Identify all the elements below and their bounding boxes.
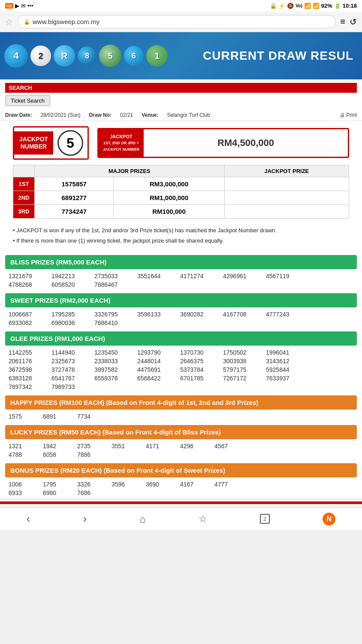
lucky-row-2: 4788 6058 7886 (9, 451, 353, 458)
sweet-num: 6933082 (9, 319, 51, 326)
amount-3rd: RM100,000 (114, 205, 224, 219)
draw-no-label: Draw No: (89, 112, 112, 118)
bonus-num: 6980 (43, 489, 77, 496)
lucky-num: 2735 (77, 443, 112, 450)
rank-1st: 1ST (13, 177, 35, 191)
lucky-prizes-numbers: 1321 1942 2735 3551 4171 4296 4567 4788 … (5, 443, 357, 460)
balls-background: 4 2 R 8 5 6 1 (0, 32, 217, 79)
bonus-num: 3326 (77, 481, 112, 488)
reload-icon[interactable]: ↺ (350, 17, 357, 27)
favorite-icon[interactable]: ☆ (5, 17, 13, 27)
glee-num: 2448014 (137, 358, 180, 365)
prizes-table-section: MAJOR PRIZES JACKPOT PRIZE 1ST 1575857 R… (0, 165, 362, 223)
glee-num: 7633937 (266, 375, 309, 382)
bonus-prizes-header: BONUS PRIZES (RM20 EACH) (Based on Front… (5, 463, 357, 477)
lucky-num: 6058 (43, 451, 77, 458)
bookmark-button[interactable]: ☆ (199, 513, 207, 525)
glee-num: 5373784 (180, 366, 223, 373)
ticket-search-button[interactable]: Ticket Search (5, 95, 50, 106)
bonus-num: 1006 (9, 481, 43, 488)
glee-prizes-numbers: 1142255 1144940 1235450 1293790 1370730 … (5, 349, 357, 392)
glee-num: 1142255 (9, 349, 51, 356)
bonus-prizes-section: BONUS PRIZES (RM20 EACH) (Based on Front… (5, 463, 357, 498)
glee-num: 6383128 (9, 375, 51, 382)
laz-icon: laz (5, 3, 13, 9)
glee-num: 7897342 (9, 383, 51, 390)
sweet-prizes-section: SWEET PRIZES (RM2,000 EACH) 1006687 1795… (5, 293, 357, 328)
bliss-num: 1942213 (51, 273, 94, 279)
red-bar (0, 501, 362, 504)
sweet-num: 3690282 (180, 311, 223, 318)
glee-num: 3143612 (266, 358, 309, 365)
lucky-row-1: 1321 1942 2735 3551 4171 4296 4567 (9, 443, 353, 450)
jackpot-2nd (224, 191, 349, 205)
back-button[interactable]: ‹ (27, 512, 30, 526)
glee-num: 3672598 (9, 366, 51, 373)
lock-icon: 🔒 (270, 3, 277, 9)
bonus-prizes-numbers: 1006 1795 3326 3596 3690 4167 4777 6933 … (5, 481, 357, 498)
home-button[interactable]: ⌂ (139, 513, 146, 525)
bliss-num: 4788268 (9, 281, 51, 288)
ball-5: 5 (99, 45, 121, 67)
lucky-num: 4171 (146, 443, 180, 450)
jackpot-number-box: JACKPOTNUMBER 5 (13, 126, 89, 160)
rank-2nd: 2ND (13, 191, 35, 205)
forward-button[interactable]: › (83, 512, 87, 526)
rank-header (13, 165, 35, 177)
sweet-prizes-header: SWEET PRIZES (RM2,000 EACH) (5, 293, 357, 307)
url-bar[interactable]: 🔒 www.bigsweep.com.my (17, 15, 336, 28)
ball-1: 1 (146, 45, 168, 67)
ball-6: 6 (124, 46, 144, 66)
happy-row-1: 1575 6891 7734 (9, 413, 353, 420)
glee-num: 1144940 (51, 349, 94, 356)
bliss-row-1: 1321679 1942213 2735033 3551644 4171274 … (9, 273, 353, 279)
search-header: SEARCH (5, 83, 357, 93)
venue-label: Venue: (142, 112, 158, 118)
number-2nd: 6891277 (35, 191, 114, 205)
sweet-num: 3326795 (94, 311, 137, 318)
lucky-num: 7886 (77, 451, 112, 458)
bonus-row-2: 6933 6980 7686 (9, 489, 353, 496)
lucky-num: 1321 (9, 443, 43, 450)
note-2: • If there is more than one (1) winning … (13, 237, 349, 245)
status-right-icons: 🔒 ⚡ 🔕 Vo) 📶 📶 92% 🔋 10:18 (270, 3, 357, 9)
tabs-button[interactable]: 2 (260, 514, 270, 524)
glee-row-2: 2061176 2325673 2338033 2448014 2646375 … (9, 358, 353, 365)
draw-info: Draw Date: 28/02/2021 (Sun) Draw No: 02/… (0, 109, 362, 121)
menu-icon: N (323, 513, 335, 526)
glee-prizes-section: GLEE PRIZES (RM1,000 EACH) 1142255 11449… (5, 331, 357, 392)
happy-prizes-numbers: 1575 6891 7734 (5, 413, 357, 422)
bonus-num: 6933 (9, 489, 43, 496)
bonus-num: 4777 (214, 481, 249, 488)
jackpot-prize-box: JACKPOT1ST, 2ND OR 3RD +JACKPOT NUMBER R… (97, 128, 349, 158)
sweet-num: 4167708 (223, 311, 266, 318)
glee-num: 7989733 (51, 383, 94, 390)
menu-icon[interactable]: ≡ (340, 17, 345, 27)
ball-r: R (54, 45, 75, 67)
search-section: SEARCH Ticket Search (0, 79, 362, 109)
tabs-icon: 2 (260, 514, 270, 524)
lucky-num: 4788 (9, 451, 43, 458)
menu-button[interactable]: N (323, 513, 335, 526)
back-icon: ‹ (27, 512, 30, 526)
bliss-num: 4567119 (266, 273, 309, 279)
print-button[interactable]: 🖨 Print (340, 112, 357, 118)
lock-icon: 🔒 (24, 19, 30, 25)
play-icon: ▶ (15, 3, 19, 9)
glee-num: 4475691 (137, 366, 180, 373)
sweet-prizes-numbers: 1006687 1795285 3326795 3596133 3690282 … (5, 311, 357, 328)
glee-num: 1293790 (137, 349, 180, 356)
bonus-num: 4167 (180, 481, 214, 488)
glee-num: 5925844 (266, 366, 309, 373)
glee-row-1: 1142255 1144940 1235450 1293790 1370730 … (9, 349, 353, 356)
sweet-num: 1795285 (51, 311, 94, 318)
rank-3rd: 3RD (13, 205, 35, 219)
sweet-num: 6980036 (51, 319, 94, 326)
major-prizes-header: MAJOR PRIZES (35, 165, 225, 177)
bliss-num: 3551644 (137, 273, 180, 279)
amount-1st: RM3,000,000 (114, 177, 224, 191)
mail-icon: ✉ (21, 3, 26, 9)
jackpot-prize-label: JACKPOT1ST, 2ND OR 3RD +JACKPOT NUMBER (99, 129, 144, 157)
browser-bar: ☆ 🔒 www.bigsweep.com.my ≡ ↺ (0, 12, 362, 32)
note-1: • JACKPOT is won if any of the 1st, 2nd … (13, 226, 349, 235)
